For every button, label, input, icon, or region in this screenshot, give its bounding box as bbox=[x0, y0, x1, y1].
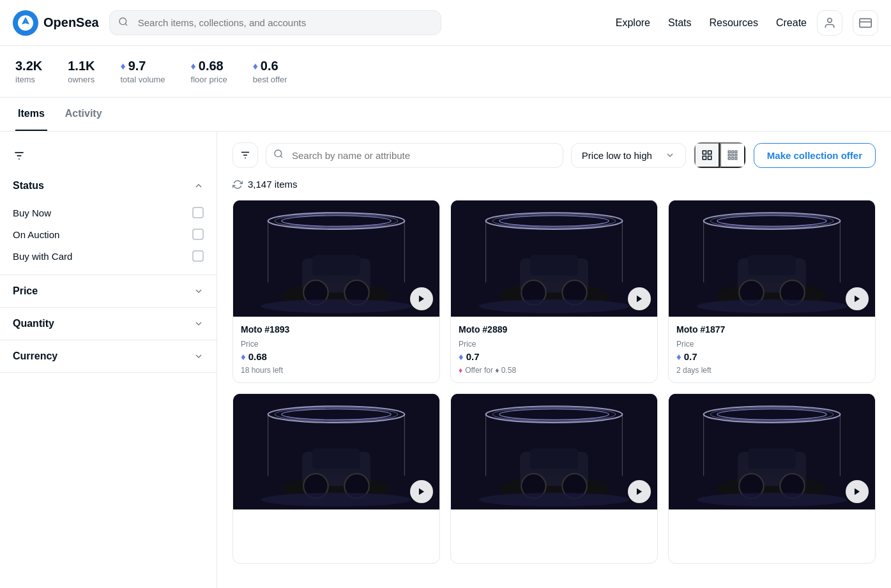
play-button-2[interactable] bbox=[846, 287, 869, 310]
buy-with-card-checkbox[interactable] bbox=[192, 250, 204, 262]
nft-card[interactable] bbox=[668, 393, 876, 564]
on-auction-checkbox[interactable] bbox=[192, 229, 204, 240]
buy-with-card-label: Buy with Card bbox=[13, 251, 72, 262]
on-auction-label: On Auction bbox=[13, 229, 59, 240]
nft-artwork-5 bbox=[669, 394, 875, 510]
refresh-icon[interactable] bbox=[232, 179, 243, 190]
logo-icon bbox=[13, 10, 38, 36]
nft-search-input[interactable] bbox=[266, 143, 563, 168]
svg-rect-24 bbox=[731, 158, 733, 160]
nft-price-value-1: 0.7 bbox=[466, 351, 480, 362]
grid-small-button[interactable] bbox=[720, 142, 745, 168]
items-count-text: 3,147 items bbox=[248, 179, 298, 190]
svg-rect-25 bbox=[735, 158, 737, 160]
tab-activity[interactable]: Activity bbox=[63, 98, 105, 131]
filter-toggle-button[interactable] bbox=[232, 142, 258, 168]
svg-line-12 bbox=[280, 156, 282, 158]
grid-large-button[interactable] bbox=[694, 142, 720, 168]
content-area: Price low to high bbox=[217, 132, 891, 588]
sort-dropdown[interactable]: Price low to high bbox=[571, 143, 686, 168]
global-search-input[interactable] bbox=[109, 10, 441, 35]
svg-rect-88 bbox=[530, 448, 578, 469]
buy-now-checkbox[interactable] bbox=[192, 207, 204, 218]
svg-rect-16 bbox=[708, 156, 711, 160]
svg-rect-36 bbox=[312, 255, 360, 276]
svg-rect-13 bbox=[703, 151, 706, 154]
svg-point-76 bbox=[261, 493, 411, 506]
nav-create[interactable]: Create bbox=[776, 17, 807, 29]
sidebar-section-price: Price bbox=[0, 275, 217, 308]
nft-meta-1: ♦ Offer for ♦ 0.58 bbox=[459, 366, 650, 375]
nft-meta-2: 2 days left bbox=[676, 366, 867, 375]
svg-marker-77 bbox=[419, 488, 424, 495]
svg-rect-62 bbox=[748, 255, 796, 276]
nft-card-info-3 bbox=[233, 509, 439, 563]
nav-explore[interactable]: Explore bbox=[616, 17, 650, 29]
stats-bar: 3.2K items 1.1K owners ♦ 9.7 total volum… bbox=[0, 46, 891, 98]
sidebar: Status Buy Now On Auction Buy with Card bbox=[0, 132, 217, 588]
sidebar-section-price-header[interactable]: Price bbox=[0, 275, 217, 307]
sidebar-section-quantity-header[interactable]: Quantity bbox=[0, 308, 217, 340]
nft-card-image-4 bbox=[451, 394, 657, 510]
sidebar-section-quantity: Quantity bbox=[0, 308, 217, 340]
svg-rect-19 bbox=[735, 151, 737, 153]
nav-resources[interactable]: Resources bbox=[709, 17, 758, 29]
collection-offer-button[interactable]: Make collection offer bbox=[754, 143, 876, 168]
profile-icon-button[interactable] bbox=[817, 10, 842, 36]
svg-rect-49 bbox=[530, 255, 578, 276]
sidebar-section-currency-header[interactable]: Currency bbox=[0, 340, 217, 372]
filter-toggle-header[interactable] bbox=[0, 142, 217, 170]
play-icon-3 bbox=[417, 487, 426, 496]
svg-rect-22 bbox=[735, 155, 737, 156]
nft-card-info-5 bbox=[669, 509, 875, 563]
svg-marker-103 bbox=[855, 488, 860, 495]
chevron-down-icon-quantity bbox=[194, 319, 204, 329]
nft-artwork-3 bbox=[233, 394, 439, 510]
tab-items[interactable]: Items bbox=[15, 98, 47, 131]
svg-marker-51 bbox=[637, 295, 642, 302]
stat-best-offer-value: ♦ 0.6 bbox=[253, 59, 287, 73]
svg-point-50 bbox=[479, 299, 629, 313]
svg-point-89 bbox=[479, 493, 629, 506]
nft-card[interactable]: Moto #2889 Price ♦ 0.7 ♦ Offer for ♦ 0.5… bbox=[450, 200, 658, 383]
offer-gem-icon: ♦ bbox=[459, 366, 462, 375]
nft-card[interactable] bbox=[232, 393, 440, 564]
nft-card-info-0: Moto #1893 Price ♦ 0.68 18 hours left bbox=[233, 317, 439, 382]
svg-rect-20 bbox=[728, 155, 730, 156]
nft-search-icon bbox=[273, 149, 284, 162]
play-button-1[interactable] bbox=[628, 287, 651, 310]
stat-floor: ♦ 0.68 floor price bbox=[191, 59, 227, 84]
nav-links: Explore Stats Resources Create bbox=[616, 17, 807, 29]
global-search bbox=[109, 10, 441, 35]
nft-card[interactable]: Moto #1893 Price ♦ 0.68 18 hours left bbox=[232, 200, 440, 383]
nft-meta-text-1: Offer for ♦ 0.58 bbox=[465, 366, 516, 375]
play-button-0[interactable] bbox=[410, 287, 433, 310]
stat-best-offer: ♦ 0.6 best offer bbox=[253, 59, 287, 84]
logo-link[interactable]: OpenSea bbox=[13, 10, 99, 36]
nft-card[interactable] bbox=[450, 393, 658, 564]
wallet-icon-button[interactable] bbox=[853, 10, 878, 36]
nav-stats[interactable]: Stats bbox=[668, 17, 691, 29]
chevron-up-icon bbox=[194, 181, 204, 191]
chevron-down-icon-price bbox=[194, 286, 204, 296]
stat-volume-value: ♦ 9.7 bbox=[121, 59, 165, 73]
nft-artwork-0 bbox=[233, 200, 439, 317]
search-icon bbox=[118, 17, 128, 29]
user-icon bbox=[823, 17, 836, 29]
nft-card-image-0 bbox=[233, 200, 439, 317]
chevron-down-icon-currency bbox=[194, 351, 204, 361]
sidebar-section-status-header[interactable]: Status bbox=[0, 170, 217, 202]
nft-meta-text-2: 2 days left bbox=[676, 366, 712, 375]
nft-price-1: ♦ 0.7 bbox=[459, 351, 650, 362]
nft-card[interactable]: Moto #1877 Price ♦ 0.7 2 days left bbox=[668, 200, 876, 383]
play-icon-4 bbox=[635, 487, 644, 496]
nft-meta-text-0: 18 hours left bbox=[241, 366, 283, 375]
sidebar-section-status-title: Status bbox=[13, 180, 44, 192]
grid-small-icon bbox=[727, 149, 738, 161]
wallet-icon bbox=[859, 17, 872, 29]
sidebar-section-status: Status Buy Now On Auction Buy with Card bbox=[0, 170, 217, 275]
nft-artwork-1 bbox=[451, 200, 657, 317]
opensea-logo-svg bbox=[18, 15, 33, 31]
buy-now-label: Buy Now bbox=[13, 207, 51, 218]
nft-card-image-3 bbox=[233, 394, 439, 510]
